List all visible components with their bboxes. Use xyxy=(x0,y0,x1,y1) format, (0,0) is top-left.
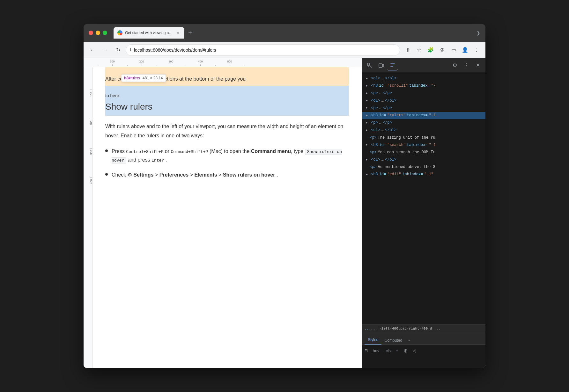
bullet-dot-1 xyxy=(105,149,108,152)
devtools-dom-tree[interactable]: ▶ <ol>…</ol> ▶ <h3 id="scroll1" tabindex… xyxy=(362,72,485,324)
toggle-sidebar-btn[interactable]: ◁ xyxy=(411,347,417,354)
new-tab-button[interactable]: + xyxy=(186,28,195,37)
new-style-rule-btn[interactable]: ⊕ xyxy=(402,346,409,355)
bullet1-and: and press xyxy=(128,157,151,163)
tab-list-button[interactable]: ❯ xyxy=(477,30,480,35)
ruler-left-label: 300 xyxy=(89,150,92,155)
reload-button[interactable]: ↻ xyxy=(113,45,123,55)
dom-line-p-mentioned[interactable]: <p>As mentioned above, the S xyxy=(362,163,485,171)
dom-arrow: ▶ xyxy=(366,157,370,163)
dom-tag: <ol> xyxy=(371,98,380,104)
dom-tag: <p> xyxy=(371,90,378,96)
dom-line-p-search-desc[interactable]: <p>You can search the DOM Tr xyxy=(362,149,485,156)
content-area: 100 200 300 400 500 xyxy=(84,58,485,368)
dom-line-h3-edit[interactable]: ▶ <h3 id="edit" tabindex="-1" xyxy=(362,171,485,178)
active-tab[interactable]: Get started with viewing and c ✕ xyxy=(114,27,184,39)
hover-state-btn[interactable]: :hov xyxy=(370,347,381,354)
labs-icon[interactable]: ⚗ xyxy=(437,45,447,55)
settings-gear-btn[interactable]: ⚙ xyxy=(450,60,460,70)
bullet-item-1: Press Control+Shift+P or Command+Shift+P… xyxy=(105,147,349,164)
dom-attr: tabindex= xyxy=(402,171,423,178)
dom-ellipsis: … xyxy=(379,120,381,126)
bullet1-mac: (Mac) to open the Command menu, type xyxy=(210,149,305,154)
dom-ellipsis: … xyxy=(381,76,384,82)
bullet2-bold2: Preferences xyxy=(159,172,189,178)
ruler-left-tick xyxy=(90,148,92,149)
dom-line-p-sizing[interactable]: <p>The sizing unit of the ru xyxy=(362,134,485,142)
bullet2-gt3: > xyxy=(218,172,223,178)
dom-line-h3-scroll1[interactable]: ▶ <h3 id="scroll1" tabindex="- xyxy=(362,82,485,90)
ruler-tick xyxy=(200,64,201,66)
bullet2-bold1: Settings xyxy=(133,172,153,178)
dom-tag: <ul> xyxy=(371,127,380,133)
section-title: Show rulers xyxy=(105,99,349,114)
breadcrumb-text: ... -left-400.pad-right-400 d ... xyxy=(371,327,440,330)
traffic-lights xyxy=(89,31,107,35)
breadcrumb-ellipsis[interactable]: ... xyxy=(365,327,371,330)
dom-line-ol2[interactable]: ▶ <ol>…</ol> xyxy=(362,97,485,105)
bookmark-icon[interactable]: ☆ xyxy=(414,45,424,55)
ruler-left-tick xyxy=(90,178,92,178)
page-content[interactable]: h3#rulers 481 × 23.14 After completing t… xyxy=(92,67,362,368)
dom-line-h3-search[interactable]: ▶ <h3 id="search" tabindex="-1 xyxy=(362,142,485,149)
dom-arrow: ▶ xyxy=(366,76,370,81)
dom-tag: <h3 xyxy=(371,83,378,89)
filter-label: Fi xyxy=(365,349,368,353)
address-bar[interactable]: ℹ localhost:8080/docs/devtools/dom/#rule… xyxy=(126,44,400,56)
forward-button[interactable]: → xyxy=(100,45,110,55)
dom-line-ol3[interactable]: ▶ <ol>…</ol> xyxy=(362,156,485,163)
dom-line-p2[interactable]: ▶ <p>…</p> xyxy=(362,105,485,112)
ruler-left-label: 400 xyxy=(89,179,92,184)
dom-tag: <p> xyxy=(370,149,377,156)
back-button[interactable]: ← xyxy=(87,45,98,55)
add-style-btn[interactable]: + xyxy=(395,347,400,354)
share-icon[interactable]: ⬆ xyxy=(403,45,413,55)
dom-close-tag: </p> xyxy=(383,90,392,96)
dom-line-ul[interactable]: ▶ <ul>…</ul> xyxy=(362,127,485,134)
dom-tag: <ol> xyxy=(371,76,380,82)
bullet-1-content: Press Control+Shift+P or Command+Shift+P… xyxy=(112,147,349,164)
dom-ellipsis: … xyxy=(379,90,381,96)
dom-attr: tabindex= xyxy=(407,142,428,148)
ruler-label: 100 xyxy=(110,60,115,63)
class-btn[interactable]: .cls xyxy=(383,347,392,354)
dom-arrow: ▶ xyxy=(366,172,370,177)
bullet2-bold4: Show rulers on hover xyxy=(223,172,275,178)
more-options-btn[interactable]: ⋮ xyxy=(461,60,471,70)
styles-footer: Fi :hov .cls + ⊕ ◁ xyxy=(362,345,485,356)
dom-ellipsis: … xyxy=(381,157,384,163)
dom-attr: tabindex= xyxy=(407,113,428,119)
ruler-label: 200 xyxy=(139,60,144,63)
maximize-traffic-light[interactable] xyxy=(103,31,107,35)
minimize-traffic-light[interactable] xyxy=(96,31,100,35)
split-screen-icon[interactable]: ▭ xyxy=(448,45,459,55)
dom-line-p1[interactable]: ▶ <p>…</p> xyxy=(362,90,485,97)
elements-icon[interactable] xyxy=(388,60,398,70)
tab-close-button[interactable]: ✕ xyxy=(175,30,181,35)
dom-attr-val: "-1 xyxy=(429,113,436,119)
dom-arrow: ▶ xyxy=(366,120,370,126)
more-tabs-button[interactable]: » xyxy=(405,336,413,345)
dom-line-ol1[interactable]: ▶ <ol>…</ol> xyxy=(362,75,485,82)
ruler-left-tick xyxy=(90,119,92,119)
ruler-tick xyxy=(171,64,171,66)
ruler-left-label: 200 xyxy=(89,120,92,125)
close-devtools-btn[interactable]: ✕ xyxy=(473,60,483,70)
dom-arrow: ▶ xyxy=(366,142,370,148)
menu-icon[interactable]: ⋮ xyxy=(471,45,482,55)
extensions-icon[interactable]: 🧩 xyxy=(425,45,436,55)
device-mode-icon[interactable] xyxy=(376,60,386,70)
ruler-tick xyxy=(142,64,142,66)
close-traffic-light[interactable] xyxy=(89,31,93,35)
dom-text: As mentioned above, the S xyxy=(378,164,435,170)
dom-line-h3-rulers[interactable]: ▶ <h3 id="rulers" tabindex="-1 xyxy=(362,112,485,119)
ruler-tick xyxy=(230,64,230,66)
dom-tag: <h3 xyxy=(371,142,378,148)
computed-tab[interactable]: Computed xyxy=(381,336,405,345)
profile-icon[interactable]: 👤 xyxy=(460,45,470,55)
styles-tab[interactable]: Styles xyxy=(365,336,381,345)
inspector-icon[interactable] xyxy=(365,60,375,70)
dom-line-p3[interactable]: ▶ <p>…</p> xyxy=(362,119,485,127)
dom-attr: id= xyxy=(379,83,386,89)
ruler-minor-tick xyxy=(245,65,245,66)
